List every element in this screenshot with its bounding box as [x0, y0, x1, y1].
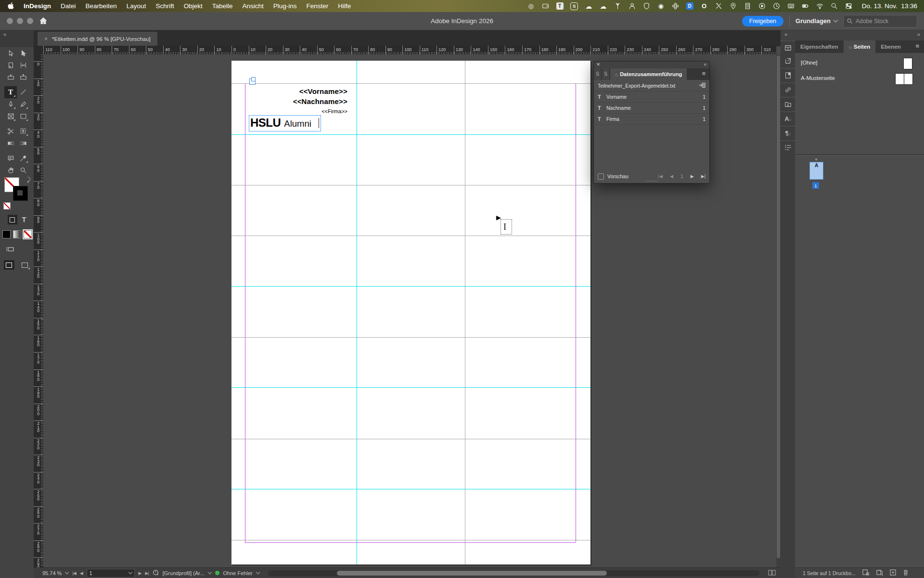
preflight-panel-icon[interactable] — [784, 100, 792, 108]
frame-edge-guide[interactable] — [231, 236, 590, 236]
docs-d-icon[interactable]: D — [686, 2, 694, 10]
character-styles-icon[interactable]: A□ — [784, 115, 792, 123]
merge-field-placeholders[interactable]: <<Vorname>><<Nachname>><<Firma>> — [293, 86, 347, 115]
first-page-button[interactable]: |◀ — [72, 571, 76, 576]
onedrive-icon[interactable]: ☁ — [585, 2, 593, 10]
cross-references-icon[interactable] — [784, 144, 792, 152]
master-page-row[interactable]: A-Musterseite — [795, 71, 924, 86]
screen-mode-normal-button[interactable] — [4, 260, 14, 270]
direct-selection-tool[interactable] — [17, 47, 29, 59]
merge-field-row[interactable]: TVorname1 — [594, 92, 709, 103]
zoom-level[interactable]: 95.74 % — [42, 570, 62, 576]
ruler-guide-horizontal[interactable] — [231, 134, 590, 135]
vertical-ruler[interactable]: 01 02 03 04 05 06 07 08 09 01 0 01 1 01 … — [34, 54, 44, 567]
formatting-affects-text-button[interactable]: T — [22, 216, 26, 223]
type-tool[interactable]: T — [4, 86, 17, 98]
menu-ansicht[interactable]: Ansicht — [237, 0, 268, 12]
menu-bearbeiten[interactable]: Bearbeiten — [81, 0, 122, 12]
panel-menu-icon[interactable]: ≡ — [698, 68, 709, 80]
menu-plugins[interactable]: Plug-ins — [269, 0, 302, 12]
margin-guide-bottom[interactable] — [245, 542, 576, 543]
teams-icon[interactable]: T — [556, 2, 564, 10]
battery-icon[interactable] — [801, 2, 809, 10]
antenna-icon[interactable] — [614, 2, 622, 10]
apply-none-button[interactable] — [24, 230, 32, 238]
paragraph-styles-icon[interactable]: ¶□ — [784, 129, 792, 137]
hidden-panel-tab[interactable]: S — [602, 68, 609, 80]
vertical-scrollbar[interactable] — [776, 54, 781, 567]
wifi-icon[interactable] — [816, 2, 824, 10]
tab-ebenen[interactable]: Ebenen — [875, 40, 906, 53]
view-pages-icon[interactable] — [862, 569, 870, 577]
page-tool[interactable] — [4, 59, 17, 71]
page-1-label[interactable]: 1 — [812, 182, 819, 189]
panel-resize-grip[interactable] — [645, 181, 658, 183]
share-button[interactable]: Freigeben — [742, 16, 783, 26]
edit-page-size-icon[interactable] — [876, 569, 883, 577]
menu-indesign[interactable]: InDesign — [19, 0, 56, 12]
selected-text-frame[interactable]: HSLU Alumni — [249, 115, 321, 131]
close-panel-icon[interactable]: ✕ — [596, 62, 600, 67]
frame-edge-guide[interactable] — [231, 185, 590, 185]
last-page-button[interactable]: ▶| — [145, 571, 148, 576]
close-tab-icon[interactable]: × — [44, 36, 48, 42]
menu-objekt[interactable]: Objekt — [179, 0, 207, 12]
document-page[interactable]: <<Vorname>><<Nachname>><<Firma>> HSLU Al… — [231, 61, 590, 565]
menu-hilfe[interactable]: Hilfe — [333, 0, 356, 12]
target-icon[interactable]: ◎ — [527, 2, 535, 10]
workspace-switcher[interactable]: Grundlagen — [796, 17, 837, 25]
horizontal-scrollbar-thumb[interactable] — [337, 571, 607, 576]
formatting-affects-container-button[interactable] — [8, 215, 17, 224]
apply-gradient-button[interactable] — [13, 230, 21, 238]
gradient-feather-tool[interactable] — [17, 137, 29, 149]
panel-menu-icon[interactable]: ≡ — [911, 40, 924, 53]
ruler-guide-horizontal[interactable] — [231, 489, 590, 489]
frame-anchor-icon[interactable] — [249, 79, 256, 85]
frame-edge-guide[interactable] — [231, 540, 590, 540]
frame-tool[interactable] — [4, 110, 17, 122]
marker-icon[interactable] — [729, 2, 737, 10]
note-tool[interactable] — [4, 152, 17, 164]
page-1-thumbnail[interactable]: A — [809, 162, 823, 180]
bookmarks-icon[interactable] — [784, 71, 792, 79]
horizontal-scrollbar[interactable] — [268, 570, 759, 576]
app-s-icon[interactable]: S — [570, 2, 578, 10]
spread-view-icon[interactable] — [768, 570, 776, 577]
wallet-icon[interactable] — [541, 2, 550, 10]
preview-checkbox[interactable] — [598, 173, 604, 180]
line-tool[interactable] — [17, 86, 29, 98]
search-icon[interactable] — [830, 2, 838, 10]
collapse-panel-icon[interactable]: « — [704, 62, 706, 67]
apple-menu-icon[interactable] — [8, 2, 14, 10]
building-icon[interactable] — [744, 2, 752, 10]
eyedropper-tool[interactable] — [17, 152, 29, 164]
menu-datei[interactable]: Datei — [56, 0, 81, 12]
frame-edge-guide-vertical[interactable] — [465, 61, 465, 565]
menu-tabelle[interactable]: Tabelle — [207, 0, 238, 12]
pencil-tool[interactable] — [17, 98, 29, 110]
onedrive-sync-icon[interactable]: ☁ — [599, 2, 607, 10]
previous-page-button[interactable]: ◀ — [80, 571, 83, 576]
merge-field-row[interactable]: TNachname1 — [594, 103, 709, 114]
view-options-icon[interactable] — [6, 246, 14, 254]
screen-mode-preview-button[interactable] — [20, 260, 30, 270]
tab-datenzusammenfuehrung[interactable]: ◇Datenzusammenführung — [610, 68, 687, 80]
previous-record-button[interactable]: ◀ — [670, 174, 673, 179]
tab-eigenschaften[interactable]: Eigenschaften — [795, 40, 844, 53]
errors-dropdown-icon[interactable] — [256, 570, 259, 574]
update-data-source-icon[interactable] — [698, 82, 706, 89]
rectangle-tool[interactable] — [17, 110, 29, 122]
ruler-guide-horizontal[interactable] — [231, 286, 590, 287]
gradient-tool[interactable] — [4, 137, 17, 149]
stroke-color-swatch[interactable] — [13, 186, 28, 201]
collapse-dock-icon[interactable]: « — [784, 31, 787, 37]
swap-fill-stroke-icon[interactable]: ⤸ — [27, 176, 30, 183]
adobe-stock-search[interactable]: Adobe Stock — [843, 15, 917, 27]
menu-layout[interactable]: Layout — [122, 0, 151, 12]
tools-icon[interactable] — [715, 2, 723, 10]
window-icon[interactable] — [787, 2, 795, 10]
preflight-profile[interactable]: [Grundprofil] (Ar... — [163, 570, 205, 576]
selection-tool[interactable] — [4, 47, 17, 59]
horizontal-ruler[interactable]: 1101009080706050403020100102030405060708… — [43, 46, 776, 55]
master-page-row[interactable]: [Ohne] — [795, 56, 924, 70]
